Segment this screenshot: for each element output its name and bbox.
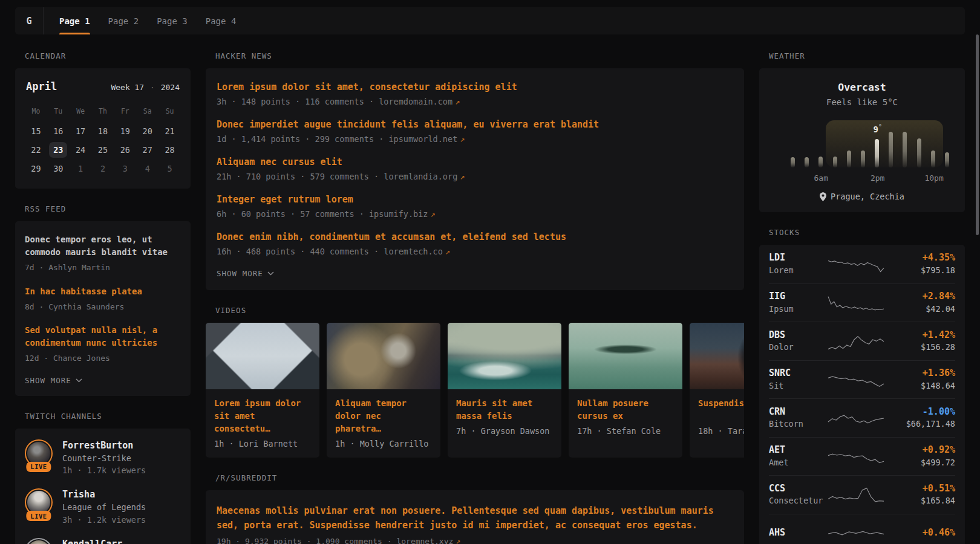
weather-widget: WEATHER Overcast Feels like 5°C 9° 6am2p… [759, 51, 965, 212]
stock-values: -1.00%$66,171.48 [887, 406, 955, 430]
rss-show-more-button[interactable]: SHOW MORE [25, 376, 181, 385]
rss-item-meta: 12d · Chance Jones [25, 352, 181, 364]
weather-temp-bar [903, 132, 907, 167]
nav-tabs: Page 1 Page 2 Page 3 Page 4 [44, 7, 236, 34]
app-logo[interactable]: G [15, 7, 44, 34]
video-card[interactable]: Lorem ipsum dolor sit amet consectetu…1h… [206, 323, 319, 458]
calendar-dow-mo: Mo [25, 102, 47, 121]
weather-temp-bar [847, 151, 851, 167]
calendar-day: 26 [114, 140, 136, 159]
tab-page-1[interactable]: Page 1 [59, 7, 90, 34]
stock-values: +1.42%$156.28 [887, 329, 955, 354]
scrollbar-thumb[interactable] [976, 34, 979, 235]
hackernews-item-title[interactable]: Lorem ipsum dolor sit amet, consectetur … [217, 82, 733, 92]
stock-name: Consectetur [769, 495, 825, 507]
weather-section-label: WEATHER [769, 51, 965, 60]
external-link-icon: ↗ [457, 134, 465, 144]
calendar-day-number: 27 [139, 142, 157, 158]
stock-values: +0.46% [887, 526, 955, 540]
weather-location-row: Prague, Czechia [769, 192, 955, 201]
twitch-channel-name: ForrestBurton [62, 439, 146, 452]
rss-item-title[interactable]: Sed volutpat nulla nisl, a condimentum n… [25, 324, 181, 349]
hackernews-item-meta: 3h · 148 points · 116 comments · loremdo… [217, 97, 733, 106]
video-card[interactable]: Aliquam tempor dolor nec pharetra…1h · M… [327, 323, 440, 458]
calendar-dow-su: Su [158, 102, 181, 121]
stock-change: +4.35% [887, 251, 955, 265]
video-card[interactable]: Nullam posuere cursus ex17h · Stefan Col… [569, 323, 682, 458]
stock-left: CCSConsectetur [769, 482, 825, 507]
calendar-day: 17 [70, 121, 92, 140]
tab-page-4[interactable]: Page 4 [206, 7, 237, 34]
tab-page-3[interactable]: Page 3 [157, 7, 188, 34]
tab-page-2[interactable]: Page 2 [108, 7, 139, 34]
stock-symbol: AHS [769, 526, 825, 540]
twitch-avatar-wrap: LIVE [25, 439, 53, 471]
stock-spark-cell [825, 369, 887, 390]
stocks-card: LDILorem+4.35%$795.18IIGIpsum+2.84%$42.0… [759, 245, 965, 544]
calendar-day: 1 [70, 159, 92, 178]
calendar-day-number: 16 [49, 123, 67, 139]
stock-price: $165.84 [887, 495, 955, 507]
calendar-day-number: 30 [49, 161, 67, 176]
hackernews-item-title[interactable]: Aliquam nec cursus elit [217, 157, 733, 167]
video-meta: 1h · Molly Carrillo [335, 439, 432, 448]
weather-time-label: 6am [814, 173, 828, 183]
stock-row[interactable]: CRNBitcorn-1.00%$66,171.48 [769, 398, 955, 437]
hackernews-item-title[interactable]: Integer eget rutrum lorem [217, 194, 733, 205]
twitch-channel-info: KendallCarr [62, 538, 122, 544]
stock-row[interactable]: SNRCSit+1.36%$148.64 [769, 360, 955, 399]
stock-spark-cell [825, 330, 887, 352]
stock-name: Sit [769, 380, 825, 392]
twitch-channel-row[interactable]: KendallCarr [25, 538, 181, 544]
calendar-section-label: CALENDAR [25, 51, 191, 60]
calendar-day: 2 [92, 159, 114, 178]
calendar-day: 15 [25, 121, 47, 140]
video-card[interactable]: Suspendisse diam18h · Tara [690, 323, 744, 458]
weather-temp-bar [875, 139, 879, 167]
video-card[interactable]: Mauris sit amet massa felis7h · Grayson … [448, 323, 561, 458]
hackernews-item-title[interactable]: Donec enim nibh, condimentum et accumsan… [217, 232, 733, 242]
weather-bars [791, 115, 949, 167]
calendar-dow-sa: Sa [136, 102, 158, 121]
hackernews-show-more-button[interactable]: SHOW MORE [217, 269, 733, 278]
stock-row[interactable]: AETAmet+0.92%$499.72 [769, 437, 955, 476]
calendar-day: 4 [136, 159, 158, 178]
calendar-day: 19 [114, 121, 136, 140]
weather-time-label: 2pm [871, 173, 884, 183]
hackernews-item-title[interactable]: Donec imperdiet augue tincidunt felis al… [217, 119, 733, 130]
stocks-section-label: STOCKS [769, 228, 965, 237]
twitch-channel-row[interactable]: LIVETrishaLeague of Legends3h · 1.2k vie… [25, 488, 181, 526]
stock-row[interactable]: CCSConsectetur+0.51%$165.84 [769, 475, 955, 514]
rss-item: Sed volutpat nulla nisl, a condimentum n… [25, 324, 181, 364]
stock-symbol: IIG [769, 290, 825, 303]
stock-symbol: LDI [769, 251, 825, 265]
video-thumbnail [206, 323, 319, 389]
video-meta: 17h · Stefan Cole [577, 426, 674, 436]
calendar-day-number: 23 [49, 142, 67, 158]
stock-symbol: DBS [769, 329, 825, 342]
top-nav: G Page 1 Page 2 Page 3 Page 4 [15, 7, 965, 34]
rss-item-title[interactable]: Donec tempor eros leo, ut commodo mauris… [25, 233, 181, 259]
stock-spark-cell [825, 484, 887, 505]
stock-row[interactable]: AHS+0.46% [769, 514, 955, 544]
hackernews-item-meta: 1d · 1,414 points · 299 comments · ipsum… [217, 134, 733, 144]
stock-row[interactable]: IIGIpsum+2.84%$42.04 [769, 283, 955, 322]
rss-item-title[interactable]: In hac habitasse platea [25, 285, 181, 298]
stock-row[interactable]: DBSDolor+1.42%$156.28 [769, 322, 955, 360]
stock-sparkline [827, 292, 885, 314]
twitch-channel-game: League of Legends [62, 501, 146, 514]
subreddit-item-title[interactable]: Maecenas mollis pulvinar erat non posuer… [217, 504, 733, 533]
calendar-header: April Week 17 · 2024 [25, 79, 181, 102]
stock-values: +2.84%$42.04 [887, 290, 955, 315]
current-temp-label: 9° [873, 123, 881, 134]
stock-symbol: SNRC [769, 367, 825, 380]
calendar-dow-fr: Fr [114, 102, 136, 121]
calendar-widget: CALENDAR April Week 17 · 2024 MoTuWeThFr… [15, 51, 191, 189]
stock-values: +1.36%$148.64 [887, 367, 955, 392]
stock-row[interactable]: LDILorem+4.35%$795.18 [769, 245, 955, 283]
chevron-down-icon [76, 378, 82, 383]
twitch-channel-game: Counter-Strike [62, 452, 146, 465]
twitch-channel-row[interactable]: LIVEForrestBurtonCounter-Strike1h · 1.7k… [25, 439, 181, 478]
hackernews-item: Donec imperdiet augue tincidunt felis al… [217, 119, 733, 144]
calendar-day-number: 29 [27, 161, 45, 176]
